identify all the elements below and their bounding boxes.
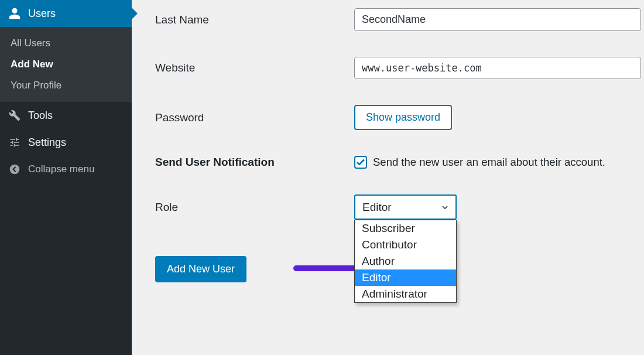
check-icon — [355, 157, 366, 168]
main-content: Last Name Website Password Show password… — [132, 0, 644, 355]
last-name-row: Last Name — [155, 8, 644, 31]
sidebar-item-all-users[interactable]: All Users — [0, 33, 132, 54]
collapse-icon — [8, 163, 21, 176]
role-selected-value: Editor — [362, 201, 392, 214]
sidebar-item-tools[interactable]: Tools — [0, 102, 132, 129]
notification-row: Send User Notification Send the new user… — [155, 156, 644, 169]
website-label: Website — [155, 62, 354, 74]
role-option-author[interactable]: Author — [355, 253, 456, 269]
role-option-editor[interactable]: Editor — [355, 269, 456, 286]
website-row: Website — [155, 57, 644, 79]
role-dropdown: Subscriber Contributor Author Editor Adm… — [354, 220, 457, 303]
sidebar-item-users[interactable]: Users — [0, 0, 132, 27]
role-option-subscriber[interactable]: Subscriber — [355, 220, 456, 237]
user-icon — [8, 7, 21, 20]
password-label: Password — [155, 111, 354, 124]
sidebar-item-label: Users — [28, 8, 56, 20]
role-row: Role Editor Subscriber Contributor Autho… — [155, 194, 644, 220]
svg-point-0 — [10, 165, 20, 175]
role-select[interactable]: Editor Subscriber Contributor Author Edi… — [354, 194, 457, 220]
role-option-contributor[interactable]: Contributor — [355, 237, 456, 253]
collapse-menu[interactable]: Collapse menu — [0, 156, 132, 183]
collapse-label: Collapse menu — [28, 163, 94, 175]
sidebar-item-label: Settings — [28, 136, 66, 149]
users-submenu: All Users Add New Your Profile — [0, 27, 132, 102]
notification-checkbox[interactable] — [354, 156, 367, 169]
website-input[interactable] — [354, 57, 641, 79]
last-name-input[interactable] — [354, 8, 641, 31]
sidebar-item-your-profile[interactable]: Your Profile — [0, 75, 132, 96]
password-row: Password Show password — [155, 105, 644, 130]
add-new-user-button[interactable]: Add New User — [155, 256, 246, 282]
sliders-icon — [8, 136, 21, 149]
role-label: Role — [155, 201, 354, 214]
sidebar-item-label: Tools — [28, 110, 53, 122]
notification-checkbox-label: Send the new user an email about their a… — [373, 156, 605, 169]
role-option-administrator[interactable]: Administrator — [355, 286, 456, 302]
sidebar-item-add-new[interactable]: Add New — [0, 54, 132, 75]
role-select-box[interactable]: Editor — [354, 194, 457, 220]
chevron-down-icon — [440, 203, 450, 212]
notification-label: Send User Notification — [155, 156, 354, 169]
admin-sidebar: Users All Users Add New Your Profile Too… — [0, 0, 132, 355]
wrench-icon — [8, 109, 21, 122]
show-password-button[interactable]: Show password — [354, 105, 452, 130]
last-name-label: Last Name — [155, 13, 354, 26]
sidebar-item-settings[interactable]: Settings — [0, 129, 132, 156]
